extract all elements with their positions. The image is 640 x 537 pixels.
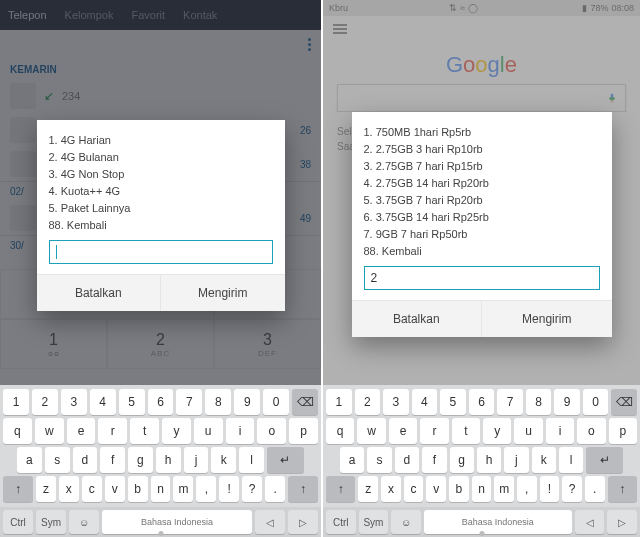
- shift-key[interactable]: ↑: [3, 476, 33, 502]
- key-t[interactable]: t: [130, 418, 159, 444]
- key-w[interactable]: w: [35, 418, 64, 444]
- key-v[interactable]: v: [426, 476, 446, 502]
- key-d[interactable]: d: [73, 447, 98, 473]
- key-l[interactable]: l: [559, 447, 583, 473]
- key-n[interactable]: n: [472, 476, 492, 502]
- key-0[interactable]: 0: [263, 389, 289, 415]
- key-j[interactable]: j: [184, 447, 209, 473]
- key-m[interactable]: m: [173, 476, 193, 502]
- key-b[interactable]: b: [449, 476, 469, 502]
- key-l[interactable]: l: [239, 447, 264, 473]
- key-5[interactable]: 5: [119, 389, 145, 415]
- send-button[interactable]: Mengirim: [160, 275, 285, 311]
- key-o[interactable]: o: [257, 418, 286, 444]
- shift-key[interactable]: ↑: [288, 476, 318, 502]
- key-8[interactable]: 8: [205, 389, 231, 415]
- backspace-key[interactable]: ⌫: [292, 389, 318, 415]
- key-p[interactable]: p: [609, 418, 637, 444]
- emoji-key[interactable]: ☺: [69, 510, 99, 534]
- key-m[interactable]: m: [494, 476, 514, 502]
- emoji-key[interactable]: ☺: [391, 510, 421, 534]
- key-c[interactable]: c: [404, 476, 424, 502]
- key-i[interactable]: i: [226, 418, 255, 444]
- comma-key[interactable]: ,: [196, 476, 216, 502]
- key-j[interactable]: j: [504, 447, 528, 473]
- ctrl-key[interactable]: Ctrl: [326, 510, 356, 534]
- key-i[interactable]: i: [546, 418, 574, 444]
- ussd-input[interactable]: [49, 240, 273, 264]
- ussd-input[interactable]: [364, 266, 600, 290]
- key-k[interactable]: k: [532, 447, 556, 473]
- key-q[interactable]: q: [3, 418, 32, 444]
- key-6[interactable]: 6: [148, 389, 174, 415]
- key-e[interactable]: e: [389, 418, 417, 444]
- key-2[interactable]: 2: [355, 389, 381, 415]
- period-key[interactable]: .: [585, 476, 605, 502]
- cursor-left-key[interactable]: ◁: [255, 510, 285, 534]
- key-0[interactable]: 0: [583, 389, 609, 415]
- key-f[interactable]: f: [100, 447, 125, 473]
- period-key[interactable]: .: [265, 476, 285, 502]
- shift-key[interactable]: ↑: [326, 476, 355, 502]
- sym-key[interactable]: Sym: [36, 510, 66, 534]
- key-f[interactable]: f: [422, 447, 446, 473]
- cancel-button[interactable]: Batalkan: [352, 301, 482, 337]
- space-key[interactable]: Bahasa Indonesia: [424, 510, 572, 534]
- key-h[interactable]: h: [156, 447, 181, 473]
- key-x[interactable]: x: [381, 476, 401, 502]
- comma-key[interactable]: ,: [517, 476, 537, 502]
- sym-key[interactable]: Sym: [359, 510, 389, 534]
- key-w[interactable]: w: [357, 418, 385, 444]
- key-z[interactable]: z: [358, 476, 378, 502]
- quest-key[interactable]: ?: [562, 476, 582, 502]
- key-6[interactable]: 6: [469, 389, 495, 415]
- key-1[interactable]: 1: [326, 389, 352, 415]
- key-4[interactable]: 4: [90, 389, 116, 415]
- key-b[interactable]: b: [128, 476, 148, 502]
- key-v[interactable]: v: [105, 476, 125, 502]
- key-u[interactable]: u: [514, 418, 542, 444]
- key-d[interactable]: d: [395, 447, 419, 473]
- key-7[interactable]: 7: [497, 389, 523, 415]
- key-a[interactable]: a: [17, 447, 42, 473]
- key-g[interactable]: g: [128, 447, 153, 473]
- key-k[interactable]: k: [211, 447, 236, 473]
- key-y[interactable]: y: [162, 418, 191, 444]
- key-c[interactable]: c: [82, 476, 102, 502]
- enter-key[interactable]: ↵: [586, 447, 623, 473]
- key-n[interactable]: n: [151, 476, 171, 502]
- cursor-right-key[interactable]: ▷: [288, 510, 318, 534]
- key-p[interactable]: p: [289, 418, 318, 444]
- key-8[interactable]: 8: [526, 389, 552, 415]
- key-5[interactable]: 5: [440, 389, 466, 415]
- send-button[interactable]: Mengirim: [481, 301, 612, 337]
- key-r[interactable]: r: [420, 418, 448, 444]
- cancel-button[interactable]: Batalkan: [37, 275, 161, 311]
- key-g[interactable]: g: [450, 447, 474, 473]
- key-z[interactable]: z: [36, 476, 56, 502]
- key-e[interactable]: e: [67, 418, 96, 444]
- key-x[interactable]: x: [59, 476, 79, 502]
- key-h[interactable]: h: [477, 447, 501, 473]
- key-9[interactable]: 9: [234, 389, 260, 415]
- space-key[interactable]: Bahasa Indonesia: [102, 510, 252, 534]
- excl-key[interactable]: !: [219, 476, 239, 502]
- key-s[interactable]: s: [367, 447, 391, 473]
- key-y[interactable]: y: [483, 418, 511, 444]
- key-7[interactable]: 7: [176, 389, 202, 415]
- key-q[interactable]: q: [326, 418, 354, 444]
- key-a[interactable]: a: [340, 447, 364, 473]
- cursor-right-key[interactable]: ▷: [607, 510, 637, 534]
- shift-key[interactable]: ↑: [608, 476, 637, 502]
- quest-key[interactable]: ?: [242, 476, 262, 502]
- key-s[interactable]: s: [45, 447, 70, 473]
- key-9[interactable]: 9: [554, 389, 580, 415]
- key-4[interactable]: 4: [412, 389, 438, 415]
- excl-key[interactable]: !: [540, 476, 560, 502]
- key-2[interactable]: 2: [32, 389, 58, 415]
- key-3[interactable]: 3: [61, 389, 87, 415]
- key-3[interactable]: 3: [383, 389, 409, 415]
- key-r[interactable]: r: [98, 418, 127, 444]
- cursor-left-key[interactable]: ◁: [575, 510, 605, 534]
- enter-key[interactable]: ↵: [267, 447, 304, 473]
